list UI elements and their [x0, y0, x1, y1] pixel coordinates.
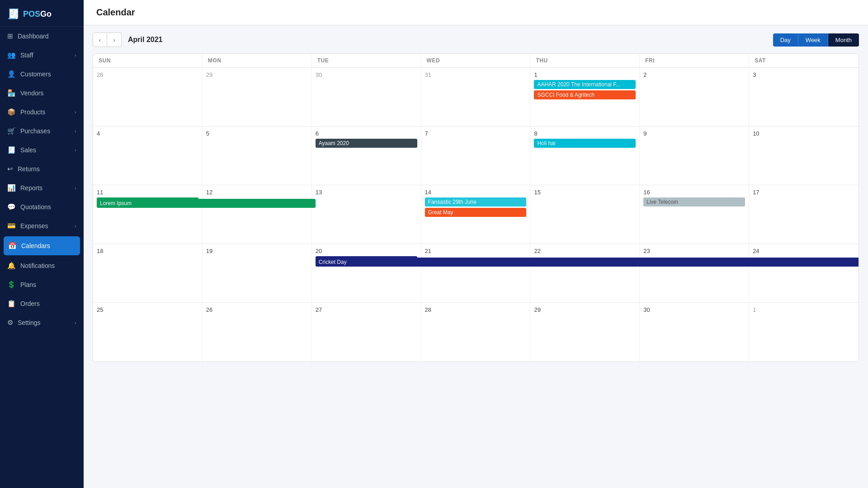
- event-item[interactable]: Live Telecom: [643, 197, 745, 206]
- calendar-container: ‹ › April 2021 Day Week Month SUNMONTUEW…: [84, 25, 868, 488]
- sidebar-label-vendors: Vendors: [20, 89, 43, 97]
- calendar-date: 5: [206, 130, 308, 137]
- calendar-cell-w4d1[interactable]: 26: [203, 303, 312, 361]
- event-item[interactable]: Holi hai: [534, 139, 636, 148]
- calendar-cell-w0d4[interactable]: 1AAHAR 2020 The International F...SGCCI …: [530, 68, 640, 126]
- calendar-cell-w2d4[interactable]: 15: [530, 185, 640, 244]
- calendar-cell-w1d2[interactable]: 6Ayaam 2020: [312, 127, 421, 185]
- day-header-sat: SAT: [749, 54, 859, 67]
- event-item[interactable]: Great May: [425, 208, 527, 217]
- calendar-cell-w2d5[interactable]: 16Live Telecom: [640, 185, 749, 244]
- calendar-cell-w0d1[interactable]: 29: [203, 68, 312, 126]
- sidebar-item-plans[interactable]: 💲 Plans: [0, 275, 84, 294]
- calendar-cell-w0d6[interactable]: 3: [749, 68, 859, 126]
- event-item[interactable]: Fansastic 29th June: [425, 197, 527, 206]
- calendar-cell-w1d1[interactable]: 5: [203, 127, 312, 185]
- calendar-cell-w0d2[interactable]: 30: [312, 68, 421, 126]
- calendar-cell-w2d3[interactable]: 14Fansastic 29th JuneGreat May: [421, 185, 531, 244]
- calendar-grid: SUNMONTUEWEDTHUFRISAT 282930311AAHAR 202…: [93, 53, 859, 362]
- sidebar-item-notifications[interactable]: 🔔 Notifications: [0, 256, 84, 275]
- calendar-cell-w2d1[interactable]: 12: [203, 185, 312, 244]
- event-lorem-ipsum[interactable]: Lorem Ipsum: [97, 199, 316, 208]
- sidebar-item-quotations[interactable]: 💬 Quotations: [0, 197, 84, 216]
- sidebar-item-staff[interactable]: 👥 Staff ›: [0, 46, 84, 65]
- calendar-date: 31: [425, 71, 527, 78]
- calendar-cell-w1d3[interactable]: 7: [421, 127, 531, 185]
- calendar-cell-w1d5[interactable]: 9: [640, 127, 749, 185]
- calendar-cell-w2d2[interactable]: 13: [312, 185, 421, 244]
- calendar-date: 21: [425, 248, 527, 254]
- main-content: Calendar ‹ › April 2021 Day Week Month S…: [84, 0, 868, 488]
- sidebar-item-customers[interactable]: 👤 Customers: [0, 65, 84, 84]
- event-item[interactable]: AAHAR 2020 The International F...: [534, 80, 636, 89]
- sidebar-label-products: Products: [20, 108, 45, 116]
- sidebar-item-dashboard[interactable]: ⊞ Dashboard: [0, 27, 84, 46]
- sidebar-item-products[interactable]: 📦 Products ›: [0, 103, 84, 122]
- sidebar-label-reports: Reports: [20, 184, 42, 192]
- calendar-date: 15: [534, 189, 636, 196]
- calendar-cell-w0d0[interactable]: 28: [93, 68, 203, 126]
- calendar-cell-w4d5[interactable]: 30: [640, 303, 749, 361]
- calendar-cell-w0d3[interactable]: 31: [421, 68, 531, 126]
- sidebar-item-vendors[interactable]: 🏪 Vendors: [0, 84, 84, 103]
- calendar-date: 29: [534, 306, 636, 313]
- sidebar-item-calendars[interactable]: 📅 Calendars: [4, 236, 80, 255]
- sidebar-item-orders[interactable]: 📋 Orders: [0, 294, 84, 313]
- calendar-cell-w3d6[interactable]: 24: [749, 244, 859, 302]
- event-item[interactable]: SGCCI Food & Agritech: [534, 90, 636, 99]
- calendar-date: 10: [753, 130, 855, 137]
- sidebar-label-purchases: Purchases: [20, 127, 50, 135]
- page-title: Calendar: [96, 7, 855, 18]
- calendar-week-2: 11Lorem IpsumLorem Ipsum121314Fansastic …: [93, 185, 859, 244]
- sidebar: 🧾 POSGo ⊞ Dashboard 👥 Staff › 👤 Customer…: [0, 0, 84, 488]
- sidebar-label-sales: Sales: [20, 146, 36, 154]
- sidebar-item-reports[interactable]: 📊 Reports ›: [0, 178, 84, 197]
- calendar-cell-w2d6[interactable]: 17: [749, 185, 859, 244]
- calendar-cell-w4d2[interactable]: 27: [312, 303, 421, 361]
- calendar-date: 12: [206, 189, 308, 196]
- next-month-button[interactable]: ›: [107, 33, 122, 47]
- calendar-date: 3: [753, 71, 855, 78]
- prev-month-button[interactable]: ‹: [93, 33, 107, 47]
- calendar-cell-w3d1[interactable]: 19: [203, 244, 312, 302]
- calendar-cell-w1d4[interactable]: 8Holi hai: [530, 127, 640, 185]
- day-view-button[interactable]: Day: [773, 33, 798, 47]
- page-header: Calendar: [84, 0, 868, 25]
- sidebar-item-returns[interactable]: ↩ Returns: [0, 160, 84, 178]
- calendar-cell-w0d5[interactable]: 2: [640, 68, 749, 126]
- calendar-cell-w1d0[interactable]: 4: [93, 127, 203, 185]
- calendar-cell-w4d6[interactable]: 1: [749, 303, 859, 361]
- calendar-cell-w1d6[interactable]: 10: [749, 127, 859, 185]
- sidebar-icon-expenses: 💳: [7, 222, 16, 230]
- calendar-cell-w3d4[interactable]: 22: [530, 244, 640, 302]
- event-cricket-day[interactable]: Cricket Day: [316, 258, 859, 267]
- calendar-date: 14: [425, 189, 527, 196]
- sidebar-icon-vendors: 🏪: [7, 89, 16, 97]
- sidebar-item-settings[interactable]: ⚙ Settings ›: [0, 313, 84, 332]
- calendar-body: 282930311AAHAR 2020 The International F.…: [93, 68, 859, 361]
- chevron-icon: ›: [75, 147, 76, 153]
- event-item[interactable]: Ayaam 2020: [316, 139, 417, 148]
- calendar-week-3: 181920Cricket DayCricket Day21222324: [93, 244, 859, 303]
- calendar-date: 2: [643, 71, 745, 78]
- calendar-cell-w3d3[interactable]: 21: [421, 244, 531, 302]
- chevron-icon: ›: [75, 320, 76, 325]
- calendar-cell-w4d4[interactable]: 29: [530, 303, 640, 361]
- calendar-date: 17: [753, 189, 855, 196]
- chevron-icon: ›: [75, 223, 76, 229]
- day-header-mon: MON: [203, 54, 312, 67]
- calendar-cell-w3d5[interactable]: 23: [640, 244, 749, 302]
- sidebar-item-expenses[interactable]: 💳 Expenses ›: [0, 216, 84, 235]
- calendar-cell-w4d0[interactable]: 25: [93, 303, 203, 361]
- calendar-date: 26: [206, 306, 308, 313]
- calendar-cell-w4d3[interactable]: 28: [421, 303, 531, 361]
- sidebar-item-sales[interactable]: 🧾 Sales ›: [0, 141, 84, 160]
- calendar-cell-w3d2[interactable]: 20Cricket DayCricket Day: [312, 244, 421, 302]
- calendar-cell-w2d0[interactable]: 11Lorem IpsumLorem Ipsum: [93, 185, 203, 244]
- calendar-cell-w3d0[interactable]: 18: [93, 244, 203, 302]
- calendar-date: 8: [534, 130, 636, 137]
- sidebar-label-staff: Staff: [20, 52, 33, 59]
- sidebar-item-purchases[interactable]: 🛒 Purchases ›: [0, 122, 84, 141]
- month-view-button[interactable]: Month: [828, 33, 859, 47]
- week-view-button[interactable]: Week: [798, 33, 828, 47]
